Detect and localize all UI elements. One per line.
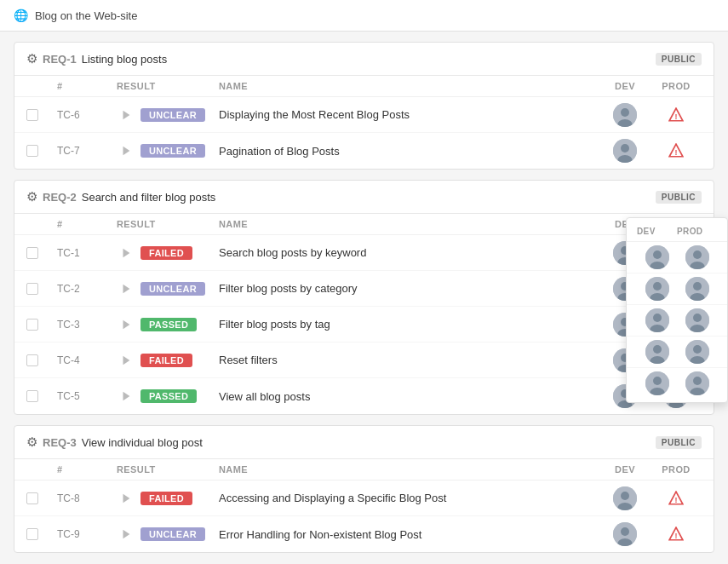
checkbox-cell[interactable] — [26, 319, 57, 331]
page-header-icon: 🌐 — [14, 9, 28, 22]
avatar — [613, 522, 637, 546]
svg-point-64 — [653, 345, 662, 354]
run-button[interactable] — [117, 387, 135, 406]
row-checkbox[interactable] — [26, 354, 38, 366]
svg-point-73 — [693, 377, 702, 385]
table-row: TC-8 FAILED Accessing and Displaying a S… — [14, 481, 714, 516]
dropdown-prod-avatar — [677, 277, 717, 301]
dropdown-prod-avatar — [677, 371, 717, 395]
gear-icon: ⚙ — [26, 51, 37, 66]
tc-id: TC-9 — [57, 528, 117, 540]
checkbox-cell[interactable] — [26, 247, 57, 259]
avatar — [685, 308, 709, 332]
test-name: Reset filters — [219, 354, 599, 366]
avatar — [613, 103, 637, 127]
col-result: RESULT — [117, 464, 219, 475]
result-badge: FAILED — [140, 354, 192, 367]
svg-marker-17 — [123, 284, 130, 293]
checkbox-cell[interactable] — [26, 492, 57, 504]
checkbox-cell[interactable] — [26, 283, 57, 295]
svg-point-58 — [653, 314, 662, 322]
svg-marker-38 — [123, 392, 130, 401]
test-name: Accessing and Displaying a Specific Blog… — [219, 492, 599, 504]
row-checkbox[interactable] — [26, 109, 38, 121]
tc-id: TC-5 — [57, 390, 117, 402]
svg-point-82 — [621, 527, 629, 536]
avatar — [645, 340, 669, 364]
col-name: NAME — [219, 81, 599, 91]
dev-avatar-cell — [599, 103, 651, 127]
table-header: # RESULT NAME DEV PROD — [14, 459, 714, 481]
public-badge: PUBLIC — [656, 436, 702, 449]
tc-id: TC-2 — [57, 283, 117, 295]
result-badge: FAILED — [140, 492, 192, 505]
tc-id: TC-7 — [57, 145, 117, 157]
col-name: NAME — [219, 464, 599, 475]
dropdown-row — [627, 337, 727, 368]
test-name: View all blog posts — [219, 390, 599, 403]
col-hash: # — [57, 81, 117, 91]
checkbox-cell[interactable] — [26, 145, 57, 157]
req-id: REQ-2 — [43, 191, 77, 204]
row-checkbox[interactable] — [26, 492, 38, 504]
avatar — [645, 245, 669, 269]
table-row: TC-7 UNCLEAR Pagination of Blog Posts ! — [14, 133, 714, 169]
table-row: TC-3 PASSED Filter blog posts by tag — [14, 307, 714, 342]
test-name: Displaying the Most Recent Blog Posts — [219, 108, 599, 121]
avatar — [645, 371, 669, 395]
result-cell: UNCLEAR — [117, 525, 219, 544]
run-button[interactable] — [117, 106, 135, 124]
avatar — [685, 340, 709, 364]
section-header-req-3: ⚙ REQ-3 View individual blog post PUBLIC — [14, 426, 714, 459]
col-hash: # — [57, 219, 117, 229]
svg-text:!: ! — [675, 495, 678, 504]
table-row: TC-5 PASSED View all blog posts — [14, 378, 714, 414]
checkbox-cell[interactable] — [26, 528, 57, 540]
table-row: TC-1 FAILED Search blog posts by keyword — [14, 235, 714, 271]
dropdown-row — [627, 273, 727, 305]
svg-marker-0 — [123, 110, 130, 119]
dropdown-prod-avatar — [677, 340, 717, 364]
checkbox-cell[interactable] — [26, 354, 57, 366]
row-checkbox[interactable] — [26, 145, 38, 157]
dev-avatar-cell — [599, 139, 651, 163]
run-button[interactable] — [117, 315, 135, 334]
svg-point-7 — [621, 144, 629, 153]
result-cell: FAILED — [117, 244, 219, 262]
run-button[interactable] — [117, 525, 135, 544]
dropdown-dev-avatar — [637, 340, 677, 364]
row-checkbox[interactable] — [26, 528, 38, 540]
result-badge: UNCLEAR — [140, 527, 205, 541]
req-title: Search and filter blog posts — [82, 191, 216, 204]
checkbox-cell[interactable] — [26, 390, 57, 402]
section-wrapper-req-2: ⚙ REQ-2 Search and filter blog posts PUB… — [0, 180, 728, 415]
run-button[interactable] — [117, 244, 135, 262]
run-button[interactable] — [117, 279, 135, 298]
col-name: NAME — [219, 219, 599, 229]
dropdown-prod-avatar — [677, 245, 717, 269]
page-header: 🌐 Blog on the Web-site — [0, 0, 728, 32]
row-checkbox[interactable] — [26, 247, 38, 259]
tc-id: TC-8 — [57, 492, 117, 504]
dropdown-col-prod: PROD — [677, 227, 717, 236]
section-req-1: ⚙ REQ-1 Listing blog posts PUBLIC # RESU… — [14, 42, 714, 170]
result-cell: FAILED — [117, 489, 219, 508]
public-badge: PUBLIC — [656, 53, 702, 66]
dev-avatar-cell — [599, 486, 651, 510]
prod-warning-cell: ! — [651, 491, 702, 506]
row-checkbox[interactable] — [26, 283, 38, 295]
test-name: Error Handling for Non-existent Blog Pos… — [219, 528, 599, 541]
dropdown-row — [627, 305, 727, 337]
dropdown-prod-avatar — [677, 308, 717, 332]
svg-point-2 — [621, 108, 629, 117]
run-button[interactable] — [117, 489, 135, 508]
checkbox-cell[interactable] — [26, 109, 57, 121]
run-button[interactable] — [117, 141, 135, 160]
row-checkbox[interactable] — [26, 390, 38, 402]
prod-warning-cell: ! — [651, 527, 702, 542]
col-result: RESULT — [117, 219, 219, 229]
run-button[interactable] — [117, 351, 135, 370]
col-result: RESULT — [117, 81, 219, 91]
row-checkbox[interactable] — [26, 319, 38, 331]
gear-icon: ⚙ — [26, 435, 37, 450]
